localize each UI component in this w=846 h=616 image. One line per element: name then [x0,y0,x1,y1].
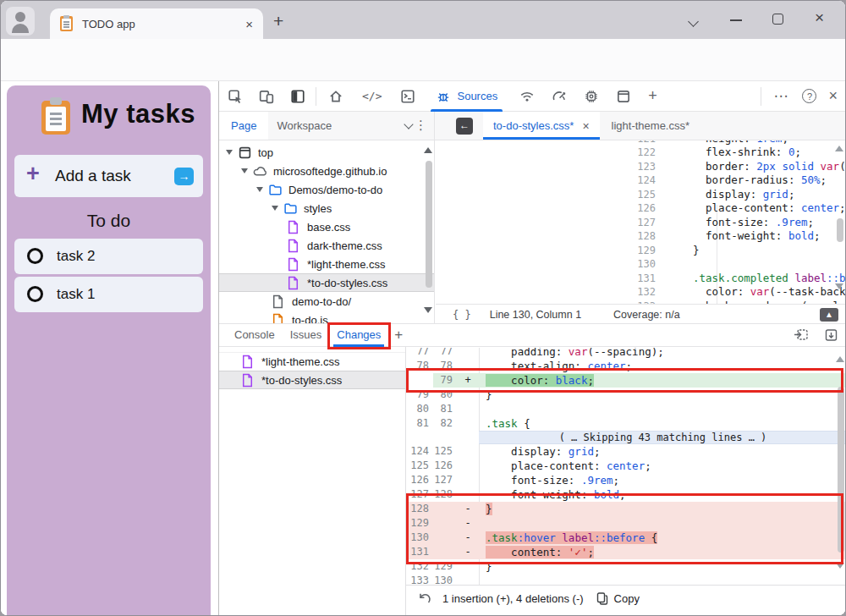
tab-issues[interactable]: Issues [290,323,322,347]
toggle-navigator-icon[interactable]: ← [456,118,473,135]
scroll-down-icon[interactable] [424,307,432,313]
minimize-button[interactable] [730,19,742,21]
todo-section-heading: To do [7,211,211,231]
revert-icon[interactable] [418,591,432,606]
help-icon[interactable]: ? [802,89,816,103]
changed-file-row-selected[interactable]: *to-do-styles.css [219,371,405,389]
close-tab-icon[interactable]: × [582,119,589,133]
chevron-expanded-icon[interactable] [256,187,263,192]
memory-chip-icon[interactable] [584,89,599,104]
tree-item-demo-to-do[interactable]: demo-to-do/ [219,292,434,311]
diff-new-line-number: 80 [433,388,457,402]
console-tab-icon[interactable] [400,89,415,104]
navigator-menu-icon[interactable]: ⋮ [415,118,427,133]
add-task-row[interactable]: + Add a task → [14,155,203,197]
copy-button[interactable]: Copy [614,592,640,605]
diff-scrollbar[interactable] [838,387,844,553]
title-bar: TODO app × + × [1,1,846,39]
scroll-up-icon[interactable] [424,147,432,153]
scroll-up-icon[interactable] [835,146,843,151]
diff-new-line-number [433,516,457,531]
code-text: font-size: .9rem; [693,216,814,230]
diff-row-same: 124125 display: grid; [406,444,846,459]
diff-skip-row[interactable]: ( … Skipping 43 matching lines … ) [406,431,846,444]
scroll-down-icon[interactable] [835,283,843,289]
application-icon[interactable] [616,89,631,104]
todo-app-panel: My tasks + Add a task → To do task 2 tas… [7,85,211,615]
diff-row-del: 130-.task:hover label::before { [406,531,846,545]
chevron-expanded-icon[interactable] [272,206,278,211]
skip-matching-lines-label[interactable]: ( … Skipping 43 matching lines … ) [479,431,846,444]
diff-marker: - [457,531,479,545]
coverage-status: Coverage: n/a [613,309,680,321]
tab-workspace[interactable]: Workspace [268,119,340,132]
tab-close-icon[interactable]: × [245,17,253,31]
tab-page[interactable]: Page [219,112,268,140]
add-drawer-tab-icon[interactable]: + [394,327,403,344]
tree-item-dark-theme.css[interactable]: dark-theme.css [219,236,434,255]
diff-view: 7777 padding: var(--spacing);7878 text-a… [406,348,846,585]
line-number: 131 [436,272,693,286]
devtools-menu-icon[interactable]: ⋯ [773,87,788,105]
submit-task-button[interactable]: → [174,168,194,185]
tree-item-styles[interactable]: styles [219,199,434,217]
pretty-print-icon[interactable]: { } [453,309,471,321]
chevron-expanded-icon[interactable] [226,150,233,155]
elements-tab-icon[interactable]: </> [362,90,382,102]
changed-file-label: *to-do-styles.css [261,374,342,387]
network-wifi-icon[interactable] [519,89,535,104]
chevron-down-icon[interactable] [404,119,413,129]
expand-quick-view-icon[interactable] [824,328,839,342]
css-file-icon [241,373,255,388]
tree-item-label: styles [304,202,332,215]
new-tab-button[interactable]: + [273,11,283,31]
task-row[interactable]: task 1 [14,277,203,312]
performance-gauge-icon[interactable] [552,89,567,104]
task-row[interactable]: task 2 [14,239,203,274]
editor-scrollbar[interactable] [837,218,843,242]
diff-row-same: 132129} [406,559,846,574]
editor-tab[interactable]: light-theme.css* [600,119,701,132]
more-tools-plus-icon[interactable]: + [648,87,657,105]
task-checkbox[interactable] [27,248,43,264]
welcome-home-icon[interactable] [328,89,343,104]
devtools-close-icon[interactable]: × [828,87,838,105]
diff-code-text: display: grid; [479,444,846,459]
copy-icon[interactable] [596,591,609,606]
status-bar-action-icon[interactable]: ▲ [820,308,838,322]
chevron-expanded-icon[interactable] [241,168,248,173]
task-checkbox[interactable] [27,286,43,302]
diff-row-same: 7777 padding: var(--spacing); [406,348,846,359]
js-icon [272,313,286,324]
tree-item-Demosdemo-to-do[interactable]: Demos/demo-to-do [219,180,434,199]
scroll-up-icon[interactable] [836,356,844,362]
tab-actions-chevron-icon[interactable] [689,16,700,26]
browser-tab[interactable]: TODO app × [50,8,263,39]
scroll-down-icon[interactable] [836,563,844,569]
line-number: 126 [436,201,693,216]
dock-quick-view-icon[interactable] [794,328,809,342]
diff-row-same: 125126 place-content: center; [406,459,846,473]
dock-side-icon[interactable] [290,89,305,104]
tab-console[interactable]: Console [234,323,275,347]
tree-item-light-theme.css[interactable]: *light-theme.css [219,255,434,273]
tree-item-to-do.js[interactable]: to-do.js [219,311,434,323]
profile-avatar[interactable] [6,7,35,36]
code-editor[interactable]: 121 height: 1rem;122 flex-shrink: 0;123 … [436,140,846,304]
tab-sources[interactable]: Sources [426,81,508,112]
tab-changes[interactable]: Changes [337,323,381,347]
device-emulation-icon[interactable] [259,89,274,104]
tree-item-to-do-styles.css[interactable]: *to-do-styles.css [219,273,434,292]
diff-old-line-number: 77 [406,348,433,359]
tree-item-microsoftedge.github.io[interactable]: microsoftedge.github.io [219,162,434,180]
tree-item-base.css[interactable]: base.css [219,217,434,236]
navigator-scrollbar[interactable] [426,161,432,288]
diff-old-line-number [406,373,433,388]
diff-marker [457,359,479,373]
changed-file-row[interactable]: *light-theme.css [219,352,405,371]
inspect-element-icon[interactable] [228,89,243,104]
window-close-button[interactable]: × [815,8,824,27]
editor-tab-active[interactable]: to-do-styles.css* × [483,112,600,140]
maximize-button[interactable] [772,14,783,25]
tree-item-top[interactable]: top [219,143,434,162]
